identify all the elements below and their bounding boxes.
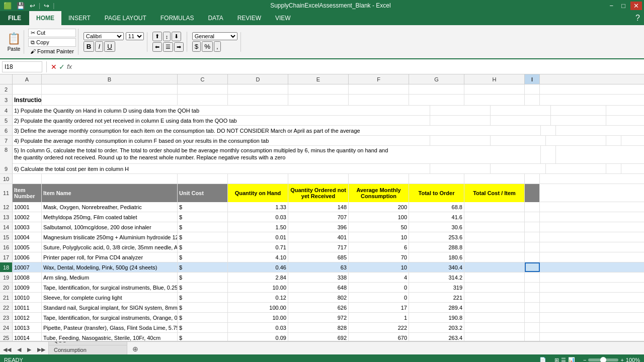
cell-h3[interactable] xyxy=(464,95,525,105)
cell-dollar-sign[interactable]: $ xyxy=(178,212,228,222)
cell-qoh[interactable]: 396 xyxy=(288,222,349,232)
col-header-h[interactable]: H xyxy=(464,74,525,84)
cell-dollar-sign[interactable]: $ xyxy=(178,232,228,242)
col-header-e[interactable]: E xyxy=(288,74,349,84)
cancel-formula-icon[interactable]: ✕ xyxy=(51,63,57,71)
cell-qoo[interactable]: 4 xyxy=(349,273,409,282)
cell-tc[interactable] xyxy=(525,323,540,332)
cut-button[interactable]: ✂ Cut xyxy=(28,29,76,37)
cell-qoo[interactable]: 0 xyxy=(349,293,409,302)
cell-item-number[interactable]: 10013 xyxy=(13,323,42,332)
cell-item-name[interactable]: Standard nail, Surgical implant, for SIG… xyxy=(42,303,178,312)
cell-c10[interactable] xyxy=(178,174,228,184)
font-family-select[interactable]: Calibri xyxy=(84,32,124,40)
cell-tc[interactable] xyxy=(525,252,540,262)
undo-button[interactable]: ↩ xyxy=(28,2,37,10)
cell-h5[interactable] xyxy=(606,116,644,125)
cell-item-number[interactable]: 10008 xyxy=(13,273,42,282)
formula-input[interactable] xyxy=(74,62,642,71)
cell-dollar-sign[interactable]: $ xyxy=(178,202,228,212)
cell-e2[interactable] xyxy=(288,84,349,94)
cell-c2[interactable] xyxy=(178,84,228,94)
cell-tto[interactable] xyxy=(464,313,525,322)
col-header-a[interactable]: A xyxy=(13,74,42,84)
cell-f11[interactable]: Average Monthly Consumption xyxy=(349,184,409,202)
format-painter-button[interactable]: 🖌 Format Painter xyxy=(28,48,76,55)
page-layout-button[interactable]: 📄 xyxy=(539,357,546,363)
italic-button[interactable]: I xyxy=(95,41,103,52)
cell-dollar-sign[interactable]: $ xyxy=(178,222,228,232)
cell-qoh[interactable]: 802 xyxy=(288,293,349,302)
cell-h11[interactable]: Total Cost / Item xyxy=(464,184,525,202)
cell-h2[interactable] xyxy=(464,84,525,94)
cell-a10[interactable] xyxy=(13,174,42,184)
cell-tc[interactable] xyxy=(525,212,540,222)
cell-a4[interactable]: 1) Populate the Quantity on Hand in colu… xyxy=(13,106,430,115)
cell-qoo[interactable]: 100 xyxy=(349,212,409,222)
cell-f5[interactable] xyxy=(491,116,551,125)
cell-a11[interactable]: ItemNumber xyxy=(13,184,42,202)
cell-c11[interactable]: Unit Cost xyxy=(178,184,228,202)
cell-g9[interactable] xyxy=(491,164,546,173)
cell-i11[interactable] xyxy=(525,184,540,202)
cell-item-number[interactable]: 10004 xyxy=(13,232,42,242)
cell-a6[interactable]: 3) Define the average monthly consumptio… xyxy=(13,126,541,135)
cell-d2[interactable] xyxy=(228,84,288,94)
cell-qoh[interactable]: 63 xyxy=(288,262,349,272)
cell-item-name[interactable]: Magnesium trisilicate 250mg + Aluminium … xyxy=(42,232,178,242)
tab-data[interactable]: DATA xyxy=(201,11,230,25)
cell-tc[interactable] xyxy=(525,293,540,302)
cell-dollar-sign[interactable]: $ xyxy=(178,313,228,322)
font-size-select[interactable]: 11 xyxy=(126,32,144,40)
cell-f10[interactable] xyxy=(349,174,409,184)
cell-tto[interactable] xyxy=(464,262,525,272)
cell-item-number[interactable]: 10012 xyxy=(13,313,42,322)
col-header-f[interactable]: F xyxy=(349,74,409,84)
cell-amc[interactable]: 253.6 xyxy=(409,232,464,242)
cell-a5[interactable]: 2) Populate the quantity ordered not yet… xyxy=(13,116,430,125)
cell-tto[interactable] xyxy=(464,212,525,222)
cell-dollar-sign[interactable]: $ xyxy=(178,333,228,341)
cell-f7[interactable] xyxy=(430,136,491,145)
tab-nav-right[interactable]: ▶▶ xyxy=(34,345,48,354)
cell-qoh[interactable]: 717 xyxy=(288,242,349,252)
cell-item-name[interactable]: Arm sling, Medium xyxy=(42,273,178,282)
cell-unit-cost[interactable]: 0.01 xyxy=(228,232,288,242)
cell-i2[interactable] xyxy=(525,84,540,94)
cell-item-name[interactable]: Wax, Dental, Modeling, Pink, 500g (24 sh… xyxy=(42,262,178,272)
cell-item-name[interactable]: Methyldopa 250mg, Film coated tablet xyxy=(42,212,178,222)
copy-button[interactable]: ⧉ Copy xyxy=(28,38,76,47)
cell-dollar-sign[interactable]: $ xyxy=(178,262,228,272)
cell-tto[interactable] xyxy=(464,252,525,262)
cell-amc[interactable]: 221 xyxy=(409,293,464,302)
cell-item-number[interactable]: 10007 xyxy=(13,262,42,272)
cell-h10[interactable] xyxy=(464,174,525,184)
help-icon[interactable]: ? xyxy=(631,11,644,25)
add-sheet-button[interactable]: ⊕ xyxy=(128,343,142,354)
sheet-tab-qoo[interactable]: QOO xyxy=(48,341,127,345)
align-middle-button[interactable]: ↕ xyxy=(163,32,171,41)
cell-tc[interactable] xyxy=(525,283,540,292)
cell-g3[interactable] xyxy=(409,95,464,105)
cell-reference-box[interactable] xyxy=(2,61,42,72)
cell-amc[interactable]: 319 xyxy=(409,283,464,292)
underline-button[interactable]: U xyxy=(104,41,115,52)
align-right-button[interactable]: ➡ xyxy=(174,42,184,52)
cell-qoh[interactable]: 685 xyxy=(288,252,349,262)
cell-tto[interactable] xyxy=(464,283,525,292)
cell-item-name[interactable]: Mask, Oxygen, Nonrebreather, Pediatric xyxy=(42,202,178,212)
cell-unit-cost[interactable]: 2.84 xyxy=(228,273,288,282)
cell-amc[interactable]: 190.8 xyxy=(409,313,464,322)
comma-button[interactable]: , xyxy=(214,41,221,52)
cell-unit-cost[interactable]: 10.00 xyxy=(228,313,288,322)
cell-e10[interactable] xyxy=(288,174,349,184)
cell-tc[interactable] xyxy=(525,303,540,312)
cell-qoo[interactable]: 17 xyxy=(349,303,409,312)
cell-amc[interactable]: 289.4 xyxy=(409,303,464,312)
cell-amc[interactable]: 180.6 xyxy=(409,252,464,262)
cell-item-number[interactable]: 10001 xyxy=(13,202,42,212)
cell-amc[interactable]: 340.4 xyxy=(409,262,464,272)
cell-h4[interactable] xyxy=(606,106,644,115)
cell-unit-cost[interactable]: 1.33 xyxy=(228,202,288,212)
cell-amc[interactable]: 30.6 xyxy=(409,222,464,232)
